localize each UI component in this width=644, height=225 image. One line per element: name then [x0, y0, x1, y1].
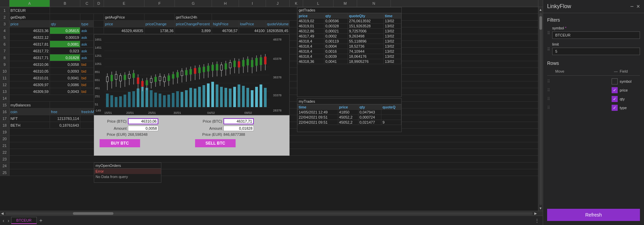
svg-text:30/01: 30/01: [173, 111, 181, 115]
buy-btc-button[interactable]: BUY BTC: [100, 139, 140, 147]
field-checkbox[interactable]: ✓: [612, 87, 618, 93]
depth-qty-12[interactable]: 0,0086: [50, 81, 80, 88]
depth-price-6[interactable]: 46317,81: [9, 41, 50, 48]
depth-price-7[interactable]: 46317,72: [9, 48, 50, 54]
sell-btc-button[interactable]: SELL BTC: [195, 139, 236, 147]
svg-rect-88: [163, 77, 165, 82]
svg-rect-56: [246, 88, 249, 107]
cell-a3-price: price: [9, 21, 50, 27]
svg-rect-74: [133, 73, 135, 78]
limit-filter-input[interactable]: [552, 48, 640, 55]
depth-price-13[interactable]: 46309,59: [9, 88, 50, 95]
depth-qty-4[interactable]: 0,05815: [50, 27, 80, 34]
svg-text:451: 451: [95, 86, 100, 90]
scroll-down-arrow[interactable]: ▼: [538, 206, 543, 211]
cell-a1[interactable]: BTCEUR: [9, 7, 50, 14]
field-drag-handle[interactable]: ⠿: [547, 97, 553, 101]
depth-qty-11[interactable]: 0,0041: [50, 75, 80, 81]
rows-column-headers: Move — Field: [547, 69, 640, 76]
bal-nft-free: 1213783,114: [50, 115, 80, 122]
depth-price-8[interactable]: 46317,71: [9, 54, 50, 61]
getavgprice-label: getAvgPrice: [104, 14, 144, 21]
myopenorders-message: No Data from query: [94, 174, 161, 179]
depth-qty-8[interactable]: 0,01828: [50, 54, 80, 61]
ticker-pc-val: 1738,36: [144, 27, 175, 34]
sheet-menu-button[interactable]: ⋮: [533, 218, 541, 223]
svg-rect-62: [106, 77, 108, 82]
depth-price-11[interactable]: 46310,01: [9, 75, 50, 81]
mt-price-header: price: [338, 105, 358, 110]
svg-rect-118: [229, 62, 231, 68]
depth-type-8: ask: [80, 54, 94, 61]
field-checkbox[interactable]: [612, 78, 618, 84]
vertical-scrollbar[interactable]: ▲ ▼: [538, 7, 543, 211]
depth-price-10[interactable]: 46310,05: [9, 68, 50, 75]
svg-rect-55: [242, 86, 245, 107]
svg-text:251: 251: [95, 95, 100, 98]
svg-rect-39: [172, 93, 175, 107]
filters-title: Filters: [547, 17, 640, 23]
panel-body: Filters ⠿ symbol * ⠿ limit: [543, 13, 644, 209]
field-drag-handle[interactable]: ⠿: [547, 88, 553, 93]
cell-a2[interactable]: getDepth: [9, 14, 50, 21]
rows-title: Rows: [547, 60, 640, 66]
svg-rect-102: [194, 68, 196, 74]
depth-qty-5[interactable]: 0,00019: [50, 34, 80, 41]
panel-title: LinkyFlow: [547, 3, 571, 9]
svg-rect-120: [234, 61, 236, 67]
svg-rect-76: [137, 78, 139, 84]
field-checkbox[interactable]: ✓: [612, 105, 618, 111]
buy-amount-input[interactable]: [128, 126, 158, 131]
bal-free-header: free: [50, 108, 80, 115]
svg-text:851: 851: [95, 70, 100, 74]
prev-sheet-button[interactable]: ‹: [1, 218, 6, 223]
add-sheet-button[interactable]: +: [37, 218, 45, 224]
sell-amount-input[interactable]: [223, 126, 254, 131]
svg-rect-49: [216, 84, 218, 107]
ticker-high-header: highPrice: [212, 21, 239, 27]
depth-price-4[interactable]: 46323,36: [9, 27, 50, 34]
horizontal-scrollbar[interactable]: ◀ ▶: [0, 211, 543, 216]
depth-qty-10[interactable]: 0,0093: [50, 68, 80, 75]
field-checkbox[interactable]: ✓: [612, 96, 618, 102]
depth-qty-9[interactable]: 0,0058: [50, 61, 80, 68]
depth-qty-7[interactable]: 0,023: [50, 48, 80, 54]
table-row: 46318,40,003918,06417613/02: [298, 54, 401, 59]
symbol-drag-handle[interactable]: ⠿: [547, 26, 550, 35]
depth-price-12[interactable]: 46309,97: [9, 81, 50, 88]
limit-drag-handle[interactable]: ⠿: [547, 42, 550, 52]
sell-price-btc-input[interactable]: [223, 118, 254, 124]
buy-price-eur-label: Price (EUR): [100, 132, 127, 136]
svg-text:38378: 38378: [273, 76, 281, 79]
symbol-filter-input[interactable]: [552, 31, 640, 39]
svg-text:15/01: 15/01: [104, 111, 112, 115]
svg-rect-80: [146, 80, 148, 85]
panel-close-button[interactable]: ×: [636, 3, 640, 9]
svg-rect-30: [132, 91, 135, 107]
svg-rect-31: [137, 89, 139, 107]
myopenorders-error: Error: [94, 169, 161, 174]
buy-price-btc-input[interactable]: [128, 118, 158, 124]
dash-header: —: [614, 69, 618, 73]
trades-qty-header: qty: [324, 14, 348, 19]
refresh-button[interactable]: Refresh: [547, 209, 640, 221]
svg-rect-47: [207, 83, 210, 107]
candlestick-chart: 1651 1451 1251 1051 851 651 451 251 51 -…: [94, 34, 290, 116]
table-row: 46318,40,0011955,11889613/02: [298, 39, 401, 44]
svg-text:-149: -149: [95, 109, 101, 112]
active-sheet-tab[interactable]: BTCEUR: [11, 217, 36, 224]
field-drag-handle[interactable]: ⠿: [547, 79, 553, 84]
depth-price-5[interactable]: 46322,12: [9, 34, 50, 41]
field-drag-handle[interactable]: ⠿: [547, 105, 553, 110]
depth-qty-6[interactable]: 0,0081: [50, 41, 80, 48]
svg-rect-41: [181, 92, 183, 107]
next-sheet-button[interactable]: ›: [6, 218, 11, 223]
row-field-item: ⠿✓type: [547, 103, 640, 112]
scroll-up-arrow[interactable]: ▲: [538, 7, 543, 12]
svg-rect-38: [167, 95, 170, 107]
depth-qty-13[interactable]: 0,0043: [50, 88, 80, 95]
svg-rect-28: [124, 95, 126, 107]
buy-section: Price (BTC) Amount Price (EUR) 268,59834…: [100, 118, 188, 147]
depth-price-9[interactable]: 46310,06: [9, 61, 50, 68]
panel-minimize-button[interactable]: −: [630, 3, 634, 9]
